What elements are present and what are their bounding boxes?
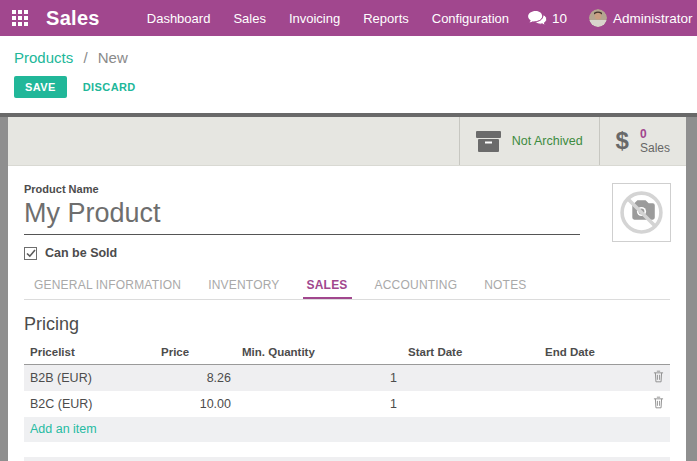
save-button[interactable]: SAVE: [14, 76, 67, 98]
tab-inventory[interactable]: INVENTORY: [204, 272, 283, 299]
menu-item-configuration[interactable]: Configuration: [432, 11, 509, 26]
menu-item-sales[interactable]: Sales: [233, 11, 266, 26]
breadcrumb-current: New: [98, 49, 128, 66]
user-avatar[interactable]: [589, 9, 607, 27]
add-item-row[interactable]: Add an item: [24, 417, 670, 442]
column-header-end-date[interactable]: End Date: [536, 343, 646, 365]
archive-status-button[interactable]: Not Archived: [459, 117, 599, 165]
cell-price[interactable]: 10.00: [161, 391, 233, 417]
notebook-tabs: GENERAL INFORMATION INVENTORY SALES ACCO…: [24, 272, 670, 300]
cell-start-date[interactable]: [399, 365, 536, 392]
cell-end-date[interactable]: [536, 365, 646, 392]
cell-end-date[interactable]: [536, 391, 646, 417]
cell-start-date[interactable]: [399, 391, 536, 417]
sales-count-value: 0: [640, 127, 670, 141]
control-panel: Products / New SAVE DISCARD: [0, 36, 697, 113]
column-header-start-date[interactable]: Start Date: [399, 343, 536, 365]
column-header-pricelist[interactable]: Pricelist: [24, 343, 161, 365]
breadcrumb-separator: /: [83, 49, 87, 66]
user-menu[interactable]: Administrator: [613, 11, 693, 26]
add-item-link[interactable]: Add an item: [24, 417, 670, 442]
menu-item-reports[interactable]: Reports: [363, 11, 409, 26]
pricelist-table: Pricelist Price Min. Quantity Start Date…: [24, 343, 670, 442]
cell-pricelist[interactable]: B2C (EUR): [24, 391, 161, 417]
sales-count-label: Sales: [640, 141, 670, 155]
next-section-edge: [24, 457, 670, 461]
apps-menu-icon[interactable]: [12, 10, 28, 26]
can-be-sold-field: Can be Sold: [24, 246, 670, 260]
trash-icon: [653, 396, 664, 409]
chat-bubbles-icon: [528, 11, 547, 26]
breadcrumb: Products / New: [14, 49, 697, 66]
dollar-icon: $: [616, 127, 629, 155]
cell-min-quantity[interactable]: 1: [233, 391, 399, 417]
column-header-price[interactable]: Price: [161, 343, 233, 365]
breadcrumb-products-link[interactable]: Products: [14, 49, 73, 66]
top-navbar: Sales Dashboard Sales Invoicing Reports …: [0, 0, 697, 36]
discard-button[interactable]: DISCARD: [83, 81, 136, 93]
trash-icon: [653, 370, 664, 383]
product-image-placeholder[interactable]: [612, 183, 671, 242]
cell-price[interactable]: 8.26: [161, 365, 233, 392]
form-sheet: Not Archived $ 0 Sales Product Name My P…: [8, 117, 686, 461]
can-be-sold-checkbox[interactable]: [24, 247, 37, 260]
tab-sales[interactable]: SALES: [303, 272, 352, 299]
content-area: Not Archived $ 0 Sales Product Name My P…: [0, 113, 697, 461]
sales-stat-button[interactable]: $ 0 Sales: [599, 117, 686, 165]
cell-min-quantity[interactable]: 1: [233, 365, 399, 392]
pricing-section-title: Pricing: [24, 314, 670, 335]
tab-accounting[interactable]: ACCOUNTING: [371, 272, 462, 299]
tab-general-information[interactable]: GENERAL INFORMATION: [30, 272, 185, 299]
messages-count-badge: 10: [552, 11, 567, 26]
delete-row-button[interactable]: [646, 391, 670, 417]
cell-pricelist[interactable]: B2B (EUR): [24, 365, 161, 392]
stat-button-bar: Not Archived $ 0 Sales: [8, 117, 686, 166]
menu-item-dashboard[interactable]: Dashboard: [147, 11, 211, 26]
delete-row-button[interactable]: [646, 365, 670, 392]
column-header-actions: [646, 343, 670, 365]
product-name-label: Product Name: [24, 183, 670, 195]
menu-item-invoicing[interactable]: Invoicing: [289, 11, 340, 26]
column-header-min-quantity[interactable]: Min. Quantity: [233, 343, 399, 365]
messages-button[interactable]: 10: [528, 11, 567, 26]
table-row[interactable]: B2B (EUR) 8.26 1: [24, 365, 670, 392]
checkmark-icon: [26, 249, 36, 258]
archive-box-icon: [476, 131, 501, 152]
table-row[interactable]: B2C (EUR) 10.00 1: [24, 391, 670, 417]
camera-slash-icon: [618, 189, 665, 236]
app-title[interactable]: Sales: [46, 7, 100, 30]
table-header-row: Pricelist Price Min. Quantity Start Date…: [24, 343, 670, 365]
can-be-sold-label: Can be Sold: [45, 246, 117, 260]
main-menu: Dashboard Sales Invoicing Reports Config…: [147, 11, 509, 26]
product-name-input[interactable]: My Product: [24, 198, 580, 235]
archive-status-label: Not Archived: [512, 134, 583, 148]
tab-notes[interactable]: NOTES: [480, 272, 530, 299]
